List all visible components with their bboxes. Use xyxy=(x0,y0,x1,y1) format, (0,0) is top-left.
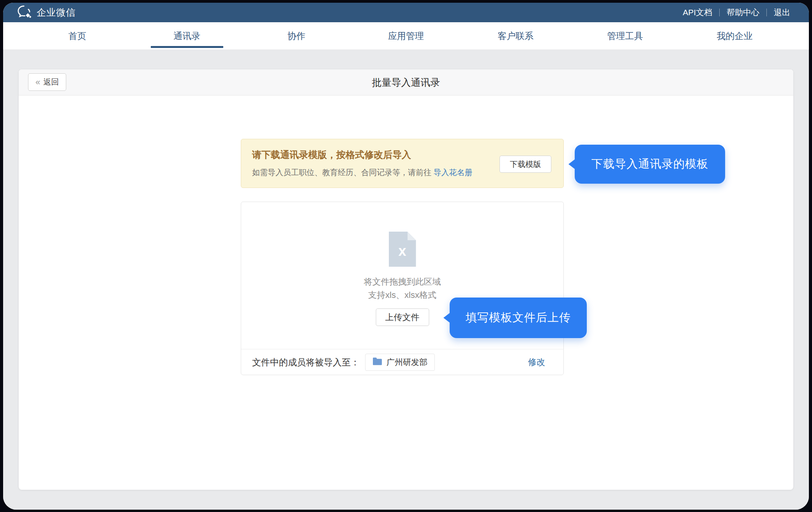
tab-home[interactable]: 首页 xyxy=(23,22,132,50)
tab-app-management[interactable]: 应用管理 xyxy=(351,22,461,50)
card-body: 请下载通讯录模版，按格式修改后导入 如需导入员工职位、教育经历、合同记录等，请前… xyxy=(19,96,793,489)
template-notice-banner: 请下载通讯录模版，按格式修改后导入 如需导入员工职位、教育经历、合同记录等，请前… xyxy=(241,139,564,188)
import-card: « 返回 批量导入通讯录 请下载通讯录模版，按格式修改后导入 如需导入员工职位、… xyxy=(19,69,793,490)
brand: 企业微信 xyxy=(17,5,76,20)
drag-hint-text: 将文件拖拽到此区域 xyxy=(241,276,563,288)
excel-letter: x xyxy=(398,243,406,259)
tab-contacts[interactable]: 通讯录 xyxy=(132,22,242,50)
upload-callout-text: 填写模板文件后上传 xyxy=(466,310,571,326)
page-title: 批量导入通讯录 xyxy=(372,76,440,89)
wecom-logo-icon xyxy=(17,5,32,20)
download-template-button[interactable]: 下载模版 xyxy=(500,156,551,173)
department-tag: 广州研发部 xyxy=(365,354,435,371)
page-background: « 返回 批量导入通讯录 请下载通讯录模版，按格式修改后导入 如需导入员工职位、… xyxy=(3,50,809,510)
top-header-bar: 企业微信 API文档 帮助中心 退出 xyxy=(3,3,809,22)
tab-collaboration[interactable]: 协作 xyxy=(242,22,351,50)
import-target-row: 文件中的成员将被导入至： 广州研发部 修改 xyxy=(241,349,563,375)
import-roster-link[interactable]: 导入花名册 xyxy=(434,168,473,177)
tab-my-company[interactable]: 我的企业 xyxy=(680,22,789,50)
tab-label: 通讯录 xyxy=(173,30,200,42)
help-center-link[interactable]: 帮助中心 xyxy=(727,7,759,18)
brand-name: 企业微信 xyxy=(37,6,76,19)
upload-callout-tooltip: 填写模板文件后上传 xyxy=(450,298,587,338)
api-docs-link[interactable]: API文档 xyxy=(683,7,712,18)
back-button-label: 返回 xyxy=(43,77,59,87)
tab-admin-tools[interactable]: 管理工具 xyxy=(570,22,680,50)
divider xyxy=(766,9,767,16)
upload-panel: x 将文件拖拽到此区域 支持xls、xlsx格式 上传文件 文件中的成员将被导入… xyxy=(241,202,564,375)
page-fold-corner xyxy=(408,232,416,240)
header-links: API文档 帮助中心 退出 xyxy=(683,7,790,18)
app-window: 企业微信 API文档 帮助中心 退出 首页 通讯录 协作 应用管理 客户联系 管… xyxy=(3,3,809,510)
download-callout-tooltip: 下载导入通讯录的模板 xyxy=(575,145,725,184)
modify-link[interactable]: 修改 xyxy=(528,356,545,368)
tab-customer-contact[interactable]: 客户联系 xyxy=(461,22,570,50)
tab-label: 应用管理 xyxy=(388,30,424,42)
divider xyxy=(719,9,720,16)
tab-label: 协作 xyxy=(288,30,305,42)
tab-label: 管理工具 xyxy=(607,30,643,42)
download-callout-text: 下载导入通讯录的模板 xyxy=(591,156,708,172)
back-button[interactable]: « 返回 xyxy=(28,73,66,91)
upload-file-button[interactable]: 上传文件 xyxy=(376,308,429,326)
import-target-label: 文件中的成员将被导入至： xyxy=(252,356,360,368)
active-tab-underline xyxy=(151,46,223,48)
logout-link[interactable]: 退出 xyxy=(774,7,790,18)
notice-subtitle-text: 如需导入员工职位、教育经历、合同记录等，请前往 xyxy=(252,168,431,177)
excel-file-icon: x xyxy=(389,232,416,267)
tab-label: 我的企业 xyxy=(717,30,752,42)
main-nav: 首页 通讯录 协作 应用管理 客户联系 管理工具 我的企业 xyxy=(3,22,809,50)
folder-icon xyxy=(372,357,382,367)
tab-label: 首页 xyxy=(69,30,86,42)
card-title-bar: « 返回 批量导入通讯录 xyxy=(19,69,793,96)
department-name: 广州研发部 xyxy=(387,357,427,368)
double-chevron-left-icon: « xyxy=(35,78,40,87)
tab-label: 客户联系 xyxy=(498,30,533,42)
